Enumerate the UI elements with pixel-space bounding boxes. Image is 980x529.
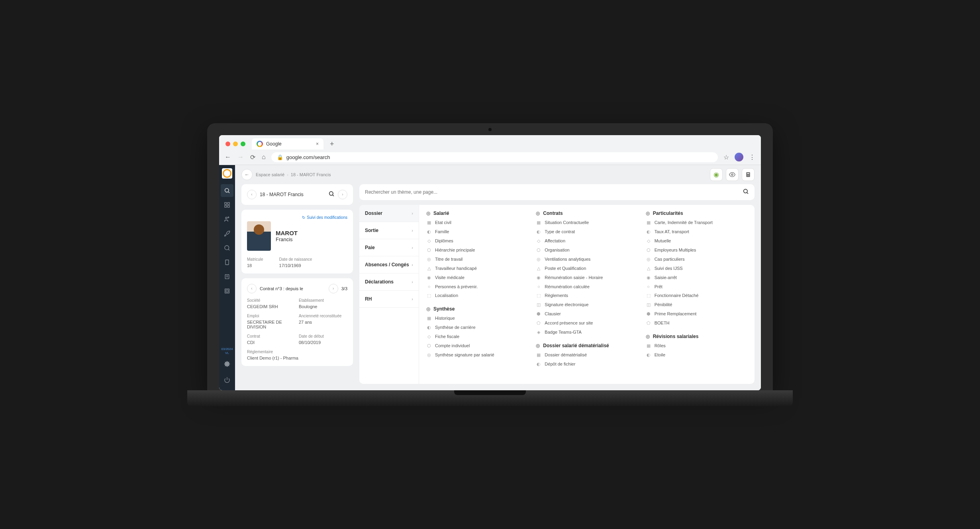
svg-rect-1 [225,203,227,205]
category-item[interactable]: Déclarations› [359,273,419,291]
profile-avatar[interactable] [735,153,743,161]
url-input[interactable]: 🔒 google.com/search [271,152,718,162]
category-item[interactable]: RH› [359,291,419,308]
home-button[interactable]: ⌂ [261,153,267,161]
link-item[interactable]: ▦Rôles [646,342,747,349]
link-item[interactable]: ⬡Hiérarchie principale [426,247,528,254]
category-item[interactable]: Sortie› [359,222,419,239]
breadcrumb-root[interactable]: Espace salarié [256,172,284,177]
link-item[interactable]: ▦Dossier dématérialisé [536,352,637,358]
link-item[interactable]: ◇Mutuelle [646,238,747,244]
link-item[interactable]: ⬡Employeurs Multiples [646,247,747,254]
svg-rect-4 [227,205,229,207]
svg-point-22 [329,191,333,195]
link-item[interactable]: ⬠BOETH [646,320,747,326]
link-item[interactable]: ◐Dépôt de fichier [536,361,637,368]
sidebar-zoom-icon[interactable] [221,242,233,254]
link-item[interactable]: ○Prêt [646,283,747,290]
power-icon[interactable] [221,374,233,386]
link-item[interactable]: ○Personnes à prévenir. [426,283,528,290]
menu-icon[interactable]: ⋮ [748,153,756,162]
section-icon: ◎ [426,306,430,312]
link-item[interactable]: ⬡Organisation [536,247,637,254]
link-item[interactable]: ◇Diplômes [426,238,528,244]
link-item[interactable]: ⬚Règlements [536,292,637,299]
sidebar-rocket-icon[interactable] [221,227,233,240]
link-item[interactable]: ▦Etat civil [426,219,528,226]
link-item[interactable]: △Suivi des IJSS [646,265,747,272]
prev-employee-button[interactable]: ‹ [247,190,257,199]
topbar-eye-icon[interactable] [726,168,739,181]
link-item[interactable]: ◇Fiche fiscale [426,333,528,340]
link-item[interactable]: △Poste et Qualification [536,265,637,272]
link-item[interactable]: ⬡Compte individuel [426,342,528,349]
sidebar-search-icon[interactable] [221,184,233,197]
link-item[interactable]: ○Rémunération calculée [536,283,637,290]
browser-tab[interactable]: Google × [252,138,323,149]
link-item[interactable]: ⬠Accord présence sur site [536,320,637,326]
topbar-back-button[interactable]: ← [241,169,253,180]
close-window-icon[interactable] [225,142,230,146]
link-item[interactable]: ▦Historique [426,315,528,322]
category-item[interactable]: Absences / Congés› [359,256,419,273]
minimize-window-icon[interactable] [233,142,238,146]
link-item[interactable]: ⬢Clausier [536,311,637,317]
contract-field-value: CEGEDIM SRH [247,304,296,309]
topbar-status-icon[interactable]: ◉ [710,168,723,181]
settings-icon[interactable] [221,358,233,370]
link-item[interactable]: △Travailleur handicapé [426,265,528,272]
link-item[interactable]: ◇Affectation [536,238,637,244]
search-input[interactable] [365,189,743,195]
sidebar-layout-icon[interactable] [221,285,233,297]
link-item[interactable]: ◉Saisie-arrêt [646,274,747,281]
link-item[interactable]: ⬢Prime Remplacement [646,311,747,317]
close-tab-icon[interactable]: × [316,141,319,147]
link-item[interactable]: ◎Ventilations analytiques [536,256,637,263]
category-item[interactable]: Dossier› [359,205,419,222]
reload-button[interactable]: ⟳ [249,153,256,162]
link-item[interactable]: ◐Etoile [646,352,747,358]
next-employee-button[interactable]: › [338,190,347,199]
maximize-window-icon[interactable] [241,142,245,146]
chevron-right-icon: › [412,228,413,233]
link-item[interactable]: ◐Famille [426,228,528,235]
back-button[interactable]: ← [224,153,232,161]
link-item[interactable]: ◐Type de contrat [536,228,637,235]
category-item[interactable]: Paie› [359,239,419,256]
link-item[interactable]: ◐Synthèse de carrière [426,324,528,331]
item-icon: ◈ [536,330,541,335]
link-item[interactable]: ◈Badge Teams-GTA [536,329,637,336]
item-icon: ◇ [426,238,432,244]
link-item[interactable]: ◎Synthèse signature par salarié [426,352,528,358]
sidebar-apps-icon[interactable] [221,199,233,211]
track-modifications-link[interactable]: ↻ Suivi des modifications [247,215,347,220]
next-contract-button[interactable]: › [329,284,338,293]
link-item[interactable]: ◫Signature électronique [536,301,637,308]
link-label: Suivi des IJSS [655,266,683,271]
link-item[interactable]: ◫Pénibilité [646,301,747,308]
link-item[interactable]: ▦Situation Contractuelle [536,219,637,226]
link-item[interactable]: ⬚Localisation [426,292,528,299]
star-icon[interactable]: ☆ [723,153,730,162]
prev-contract-button[interactable]: ‹ [247,284,257,293]
app-logo[interactable] [222,168,232,179]
link-item[interactable]: ◎Titre de travail [426,256,528,263]
employee-selector: ‹ 18 - MAROT Francis › [241,184,353,205]
link-item[interactable]: ▦Carte, Indemnité de Transport [646,219,747,226]
link-item[interactable]: ◐Taux AT, transport [646,228,747,235]
link-label: Localisation [435,293,458,298]
link-item[interactable]: ◎Cas particuliers [646,256,747,263]
topbar-calculator-icon[interactable] [742,168,755,181]
forward-button[interactable]: → [237,153,245,161]
sidebar-doc-icon[interactable] [221,256,233,269]
new-tab-button[interactable]: + [327,138,337,150]
sidebar-people-icon[interactable] [221,213,233,226]
link-label: Employeurs Multiples [655,248,696,252]
link-item[interactable]: ◉Rémunération saisie - Horaire [536,274,637,281]
sidebar-list-icon[interactable] [221,270,233,283]
item-icon: ▦ [536,220,541,225]
link-item[interactable]: ⬚Fonctionnaire Détaché [646,292,747,299]
search-icon[interactable] [743,188,749,196]
search-icon[interactable] [328,191,335,199]
link-item[interactable]: ◉Visite médicale [426,274,528,281]
